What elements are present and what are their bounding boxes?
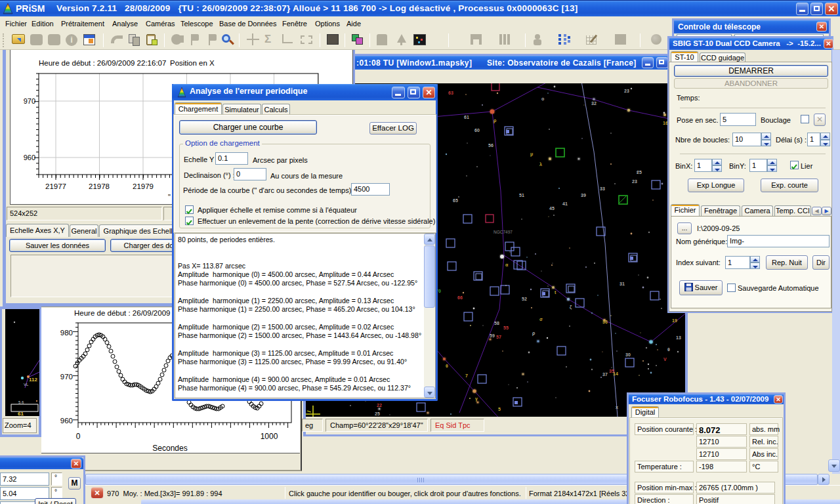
svg-text:60: 60 — [474, 128, 480, 133]
svg-text:22: 22 — [377, 403, 382, 408]
svg-text:21979: 21979 — [133, 182, 154, 190]
svg-text:61: 61 — [18, 411, 24, 416]
svg-text:30: 30 — [625, 352, 631, 357]
svg-text:0: 0 — [76, 432, 81, 441]
svg-text:Heure de début : 26/09/2009 22: Heure de début : 26/09/2009 22:16:07 — [39, 59, 166, 67]
svg-text:ρ: ρ — [532, 331, 536, 336]
svg-text:45: 45 — [549, 206, 555, 211]
svg-text:55: 55 — [503, 326, 509, 330]
svg-text:61: 61 — [464, 115, 469, 119]
svg-text:o: o — [541, 96, 544, 101]
svg-text:VL: VL — [24, 383, 29, 387]
svg-text:23: 23 — [624, 89, 629, 93]
svg-text:λ: λ — [539, 162, 542, 167]
svg-text:25: 25 — [375, 411, 380, 416]
svg-text:37: 37 — [602, 372, 608, 377]
svg-text:Position en X: Position en X — [170, 59, 215, 67]
svg-text:33: 33 — [600, 186, 605, 191]
svg-text:980: 980 — [60, 329, 73, 337]
svg-text:5.6: 5.6 — [18, 400, 24, 404]
svg-text:5: 5 — [498, 407, 501, 411]
svg-text:ρ: ρ — [494, 118, 497, 123]
svg-text:14: 14 — [613, 371, 618, 376]
svg-text:θ: θ — [667, 347, 670, 352]
svg-text:13: 13 — [676, 335, 681, 340]
svg-text:58: 58 — [494, 321, 499, 326]
svg-text:59: 59 — [490, 333, 495, 338]
svg-text:19: 19 — [672, 318, 677, 323]
svg-text:960: 960 — [24, 154, 35, 161]
svg-text:x: x — [616, 405, 618, 410]
svg-text:21978: 21978 — [89, 182, 110, 190]
svg-text:1000: 1000 — [261, 432, 278, 441]
svg-text:52: 52 — [522, 297, 527, 301]
svg-text:Secondes: Secondes — [152, 444, 187, 453]
svg-text:36: 36 — [602, 320, 608, 324]
svg-text:960: 960 — [60, 417, 73, 425]
svg-text:63: 63 — [448, 91, 453, 95]
svg-text:112: 112 — [29, 377, 37, 383]
svg-text:970: 970 — [24, 97, 35, 105]
svg-text:α: α — [505, 262, 509, 267]
svg-text:21977: 21977 — [45, 182, 66, 190]
svg-text:V: V — [663, 357, 667, 362]
svg-text:970: 970 — [60, 373, 73, 381]
svg-text:25: 25 — [637, 170, 642, 175]
svg-text:θ: θ — [446, 364, 448, 368]
svg-text:56: 56 — [488, 143, 494, 148]
svg-text:41: 41 — [562, 201, 568, 206]
svg-text:γ: γ — [475, 396, 478, 402]
svg-text:7: 7 — [465, 373, 468, 378]
svg-text:31: 31 — [620, 282, 625, 286]
svg-text:NGC7497: NGC7497 — [494, 230, 513, 234]
svg-text:23: 23 — [632, 179, 637, 184]
svg-text:σ: σ — [539, 317, 543, 322]
svg-text:66: 66 — [457, 295, 463, 300]
svg-text:32: 32 — [591, 101, 597, 106]
svg-text:65: 65 — [453, 198, 458, 203]
svg-text:51: 51 — [519, 193, 524, 198]
svg-text:57: 57 — [496, 335, 501, 339]
svg-text:μ: μ — [530, 152, 533, 157]
svg-text:39: 39 — [581, 193, 586, 198]
